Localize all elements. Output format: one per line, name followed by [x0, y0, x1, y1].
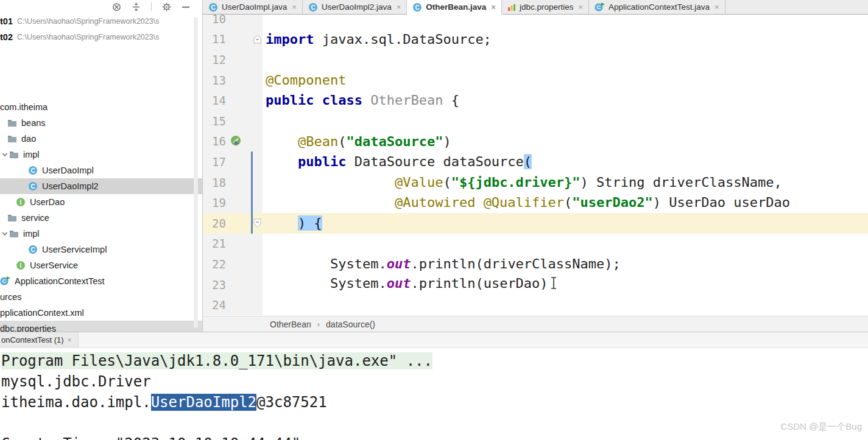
- code-lines: 1011import javax.sql.DataSource;1213@Com…: [203, 15, 868, 315]
- spring-bean-gutter[interactable]: [226, 131, 245, 152]
- breadcrumb-member[interactable]: dataSource(): [326, 320, 375, 329]
- folder-icon: [9, 150, 19, 159]
- tree-item-label: impl: [23, 229, 40, 239]
- module-path: C:\Users\haohao\SpringFramework2023\s: [17, 33, 159, 41]
- close-icon[interactable]: ×: [292, 2, 297, 12]
- svg-text:C: C: [211, 4, 215, 10]
- tree-item-service[interactable]: service: [0, 210, 202, 226]
- code-text: public DataSource dataSource(: [263, 152, 532, 172]
- svg-text:C: C: [30, 183, 35, 190]
- tree-item-urces[interactable]: urces: [0, 289, 202, 305]
- fold-zone: [245, 274, 263, 295]
- line-number: 18: [203, 172, 226, 193]
- tree-item-applicationcontexttest[interactable]: CApplicationContextTest: [0, 273, 202, 289]
- fold-zone: [245, 152, 263, 172]
- chevron-down-icon[interactable]: [0, 230, 9, 237]
- testclass-icon: C: [0, 276, 10, 286]
- code-editor[interactable]: 1011import javax.sql.DataSource;1213@Com…: [203, 15, 868, 316]
- tree-item-impl[interactable]: impl: [0, 226, 202, 242]
- tree-item-dao[interactable]: dao: [0, 131, 202, 147]
- project-tree[interactable]: t01C:\Users\haohao\SpringFramework2023\s…: [0, 13, 202, 332]
- class-icon: C: [28, 166, 38, 175]
- fold-zone: [245, 192, 263, 213]
- gutter-icon-zone: [226, 111, 245, 131]
- run-panel: onContextTest (1) × Program Files\Java\j…: [0, 332, 868, 440]
- tree-item-userdaoimpl[interactable]: CUserDaoImpl: [0, 162, 202, 178]
- editor-tab-userdaoimpl-java[interactable]: CUserDaoImpl.java×: [203, 0, 303, 14]
- tree-item-pplicationcontext-xml[interactable]: pplicationContext.xml: [0, 305, 202, 321]
- tree-item-label: dao: [21, 134, 36, 144]
- editor-tab-jdbc-properties[interactable]: jdbc.properties×: [502, 0, 589, 14]
- editor-tab-applicationcontexttest-java[interactable]: CApplicationContextTest.java×: [589, 0, 725, 14]
- editor-tab-otherbean-java[interactable]: COtherBean.java×: [407, 0, 502, 15]
- collapse-all-button[interactable]: [132, 2, 141, 12]
- console-line: itheima.dao.impl.UserDaoImpl2@3c87521: [1, 392, 868, 413]
- close-icon[interactable]: ×: [491, 2, 496, 12]
- project-panel-toolbar: [0, 0, 202, 13]
- gutter-icon-zone: [226, 90, 245, 111]
- run-tab[interactable]: onContextTest (1) ×: [0, 332, 79, 347]
- project-tree-scrollbar[interactable]: [194, 17, 198, 328]
- interface-icon: I: [16, 197, 26, 207]
- console-line: mysql.jdbc.Driver: [1, 371, 868, 392]
- properties-icon: [507, 3, 516, 12]
- tab-label: jdbc.properties: [520, 2, 574, 12]
- fold-zone: [245, 172, 263, 193]
- tree-item-t01[interactable]: t01C:\Users\haohao\SpringFramework2023\s: [0, 13, 202, 29]
- code-text: import javax.sql.DataSource;: [263, 29, 492, 50]
- code-line-19: 19 @Autowired @Qualifier("userDao2") Use…: [203, 192, 868, 213]
- code-line-12: 12: [203, 49, 868, 70]
- locate-button[interactable]: [112, 2, 121, 12]
- fold-marker[interactable]: [245, 213, 263, 234]
- tree-item-beans[interactable]: beans: [0, 115, 202, 131]
- tree-item-com-itheima[interactable]: com.itheima: [0, 99, 202, 115]
- close-icon[interactable]: ×: [578, 2, 583, 12]
- line-number: 16: [203, 131, 226, 152]
- svg-text:C: C: [2, 278, 7, 284]
- breadcrumb-separator-icon: ›: [317, 320, 320, 329]
- tree-item-t02[interactable]: t02C:\Users\haohao\SpringFramework2023\s: [0, 29, 202, 45]
- fold-zone: [245, 295, 263, 315]
- tree-item-label: UserDao: [30, 197, 65, 207]
- line-number: 10: [203, 15, 226, 29]
- settings-button[interactable]: [162, 2, 171, 12]
- module-name: t01: [0, 16, 13, 26]
- fold-zone: [245, 254, 263, 274]
- tree-item-userdao[interactable]: IUserDao: [0, 194, 202, 210]
- code-text: ) {: [263, 213, 322, 234]
- class-icon: C: [308, 2, 318, 12]
- text-cursor-icon: [550, 275, 557, 296]
- console-output[interactable]: Program Files\Java\jdk1.8.0_171\bin\java…: [0, 348, 868, 440]
- gutter-icon-zone: [226, 274, 245, 295]
- class-icon: C: [28, 245, 38, 254]
- tree-item-impl[interactable]: impl: [0, 147, 202, 162]
- tree-item-label: impl: [23, 150, 40, 159]
- tree-item-label: urces: [0, 292, 21, 302]
- close-icon[interactable]: ×: [397, 2, 401, 12]
- fold-zone: [245, 15, 263, 29]
- hide-button[interactable]: [182, 2, 190, 12]
- class-icon: C: [208, 2, 218, 12]
- code-line-13: 13@Component: [203, 70, 868, 91]
- line-number: 13: [203, 70, 226, 91]
- close-icon[interactable]: ×: [715, 2, 719, 12]
- tree-item-userdaoimpl2[interactable]: CUserDaoImpl2: [0, 178, 202, 194]
- breadcrumb: OtherBean › dataSource(): [203, 316, 868, 332]
- fold-zone: [245, 131, 263, 152]
- tab-label: ApplicationContextTest.java: [609, 2, 710, 12]
- fold-marker[interactable]: [245, 29, 263, 50]
- class-icon: C: [28, 181, 38, 191]
- breadcrumb-class[interactable]: OtherBean: [270, 320, 311, 329]
- chevron-down-icon[interactable]: [0, 151, 9, 158]
- tree-item-userserviceimpl[interactable]: CUserServiceImpl: [0, 242, 202, 257]
- editor-tab-userdaoimpl2-java[interactable]: CUserDaoImpl2.java×: [303, 0, 407, 14]
- tree-item-userservice[interactable]: IUserService: [0, 257, 202, 273]
- code-line-22: 22 System.out.println(driverClassName);: [203, 254, 868, 274]
- line-number: 17: [203, 152, 226, 172]
- tree-item-dbc-properties[interactable]: dbc.properties: [0, 321, 202, 332]
- folder-icon: [9, 229, 19, 238]
- close-icon[interactable]: ×: [68, 336, 72, 344]
- class-icon: C: [412, 2, 422, 12]
- gutter-icon-zone: [226, 172, 245, 193]
- editor-tab-strip: CUserDaoImpl.java×CUserDaoImpl2.java×COt…: [203, 0, 868, 15]
